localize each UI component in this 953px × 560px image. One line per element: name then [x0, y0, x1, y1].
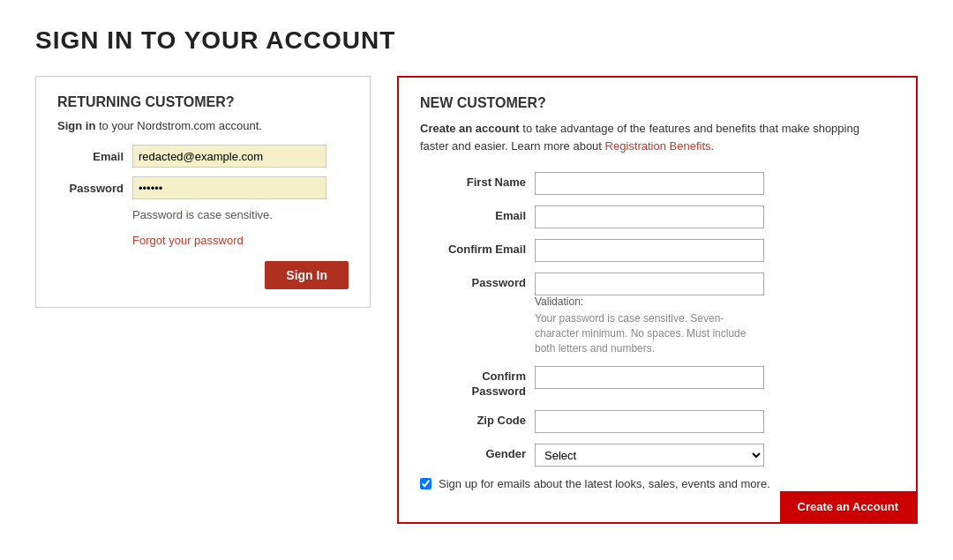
- confirm-email-input[interactable]: [535, 239, 764, 262]
- first-name-label: First Name: [420, 172, 526, 189]
- zip-code-input[interactable]: [535, 410, 764, 433]
- password-label: Password: [57, 182, 124, 195]
- confirm-email-label: Confirm Email: [420, 239, 526, 256]
- validation-label: Validation:: [535, 295, 764, 308]
- email-input[interactable]: [132, 145, 326, 168]
- gender-label: Gender: [420, 444, 526, 460]
- password-input[interactable]: [132, 176, 326, 199]
- password-row: Password: [57, 176, 349, 199]
- zip-code-row: Zip Code: [420, 410, 889, 433]
- confirm-password-input[interactable]: [535, 366, 764, 389]
- email-signup-label: Sign up for emails about the latest look…: [439, 477, 770, 490]
- gender-select[interactable]: Select Male Female: [535, 444, 764, 467]
- first-name-row: First Name: [420, 172, 889, 195]
- email-signup-checkbox[interactable]: [420, 478, 431, 489]
- confirm-password-label: ConfirmPassword: [420, 366, 526, 399]
- first-name-input[interactable]: [535, 172, 764, 195]
- confirm-password-row: ConfirmPassword: [420, 366, 889, 399]
- create-account-button[interactable]: Create an Account: [780, 491, 916, 522]
- returning-customer-panel: RETURNING CUSTOMER? Sign in to your Nord…: [35, 76, 371, 308]
- gender-row: Gender Select Male Female: [420, 444, 889, 467]
- returning-intro-rest: to your Nordstrom.com account.: [95, 119, 262, 132]
- sign-in-button[interactable]: Sign In: [265, 261, 349, 289]
- new-customer-heading: NEW CUSTOMER?: [420, 95, 889, 111]
- returning-heading: RETURNING CUSTOMER?: [57, 94, 349, 110]
- returning-intro: Sign in to your Nordstrom.com account.: [57, 119, 349, 132]
- create-account-bold: Create an account: [420, 122, 520, 135]
- new-password-label: Password: [420, 273, 526, 289]
- page-title: SIGN IN TO YOUR ACCOUNT: [35, 26, 918, 55]
- zip-code-label: Zip Code: [420, 410, 526, 427]
- new-customer-intro: Create an account to take advantage of t…: [420, 120, 889, 154]
- validation-text: Your password is case sensitive. Seven-c…: [535, 311, 764, 355]
- new-password-input[interactable]: [535, 273, 764, 295]
- password-hint: Password is case sensitive.: [132, 208, 349, 221]
- intro-end: .: [711, 139, 715, 153]
- forgot-password-link[interactable]: Forgot your password: [132, 234, 349, 247]
- new-email-row: Email: [420, 205, 889, 228]
- new-customer-panel: NEW CUSTOMER? Create an account to take …: [397, 76, 918, 524]
- email-row: Email: [57, 145, 349, 168]
- returning-intro-bold: Sign in: [57, 119, 95, 132]
- email-signup-row: Sign up for emails about the latest look…: [420, 477, 889, 490]
- email-label: Email: [57, 150, 124, 163]
- confirm-email-row: Confirm Email: [420, 239, 889, 262]
- new-email-input[interactable]: [535, 205, 764, 228]
- new-email-label: Email: [420, 205, 526, 222]
- registration-benefits-link[interactable]: Registration Benefits: [605, 139, 711, 153]
- new-password-row: Password Validation: Your password is ca…: [420, 273, 889, 355]
